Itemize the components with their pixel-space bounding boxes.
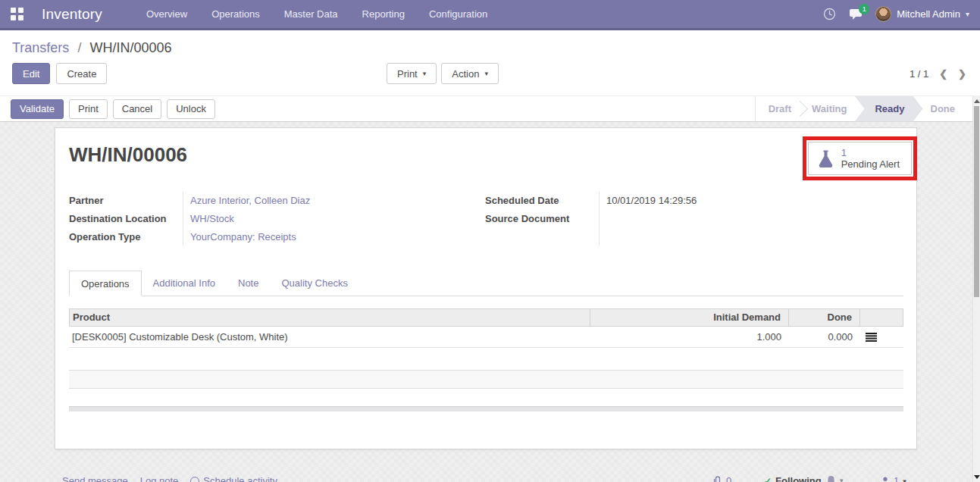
highlight-box: 1 Pending Alert [803,136,917,180]
chatter-toolbar: Send message Log note Schedule activity … [0,475,980,482]
record-pager: 1 / 1 ❮ ❯ [910,63,966,84]
breadcrumb-current: WH/IN/00006 [89,40,171,55]
scrollbar-thumb[interactable] [974,106,979,297]
field-groups: Partner Destination Location Operation T… [69,192,903,246]
source-document-value [606,210,788,228]
create-button[interactable]: Create [56,63,107,84]
cell-done: 0.000 [789,327,860,347]
source-document-label: Source Document [485,210,599,228]
menu-reporting[interactable]: Reporting [362,8,405,20]
breadcrumb: Transfers / WH/IN/00006 [0,30,980,56]
table-footer-strip [69,406,903,412]
empty-row [69,389,903,406]
edit-button[interactable]: Edit [12,63,50,84]
statusbar-buttons: Validate Print Cancel Unlock [11,99,215,119]
operations-table: Product Initial Demand Done [DESK0005] C… [69,308,903,412]
destination-location-value[interactable]: WH/Stock [190,210,414,228]
caret-down-icon: ▾ [840,477,844,482]
pending-alert-count: 1 [841,147,900,158]
followers-button[interactable]: 1 ▾ [881,475,906,482]
control-buttons-row: Edit Create Print ▾ Action ▾ 1 / 1 ❮ ❯ [12,63,968,84]
activities-clock-icon[interactable] [823,8,836,20]
vertical-scrollbar[interactable] [972,95,980,482]
scroll-up-arrow-icon[interactable] [974,99,980,103]
pending-alert-text: 1 Pending Alert [841,147,900,170]
step-waiting[interactable]: Waiting [802,103,856,114]
chevron-down-icon: ▾ [966,10,969,18]
validate-button[interactable]: Validate [11,99,64,119]
cell-initial-demand: 1.000 [590,327,789,347]
pager-next-icon[interactable]: ❯ [958,68,966,80]
messages-count-badge: 1 [859,4,869,14]
messages-bubble-icon[interactable]: 1 [849,8,863,20]
print-action-group: Print ▾ Action ▾ [387,63,499,84]
statusbar: Validate Print Cancel Unlock Draft Waiti… [0,95,980,122]
pending-alert-button[interactable]: 1 Pending Alert [808,142,912,175]
schedule-activity-link[interactable]: Schedule activity [190,475,277,482]
scroll-down-arrow-icon[interactable] [974,475,980,479]
pager-previous-icon[interactable]: ❮ [939,68,947,80]
step-done[interactable]: Done [921,103,966,114]
menu-master-data[interactable]: Master Data [284,8,338,20]
menu-configuration[interactable]: Configuration [429,8,487,20]
row-detailed-operations-button[interactable] [860,327,903,347]
caret-down-icon: ▾ [484,70,488,77]
user-menu[interactable]: Mitchell Admin ▾ [875,6,969,22]
partner-value[interactable]: Azure Interior, Colleen Diaz [190,192,414,210]
header-done[interactable]: Done [788,309,859,326]
tab-quality-checks[interactable]: Quality Checks [270,271,358,296]
scheduled-date-value: 10/01/2019 14:29:56 [606,192,788,210]
flask-icon [818,150,834,167]
status-steps: Draft Waiting Ready Done [755,96,965,122]
table-header-row: Product Initial Demand Done [69,308,903,327]
menu-operations[interactable]: Operations [211,8,260,20]
odoo-inventory-screen: Inventory Overview Operations Master Dat… [0,0,980,482]
form-sheet: 1 Pending Alert WH/IN/00006 Partner Dest… [55,127,917,449]
user-avatar [875,6,891,22]
tab-additional-info[interactable]: Additional Info [142,271,227,296]
unlock-button[interactable]: Unlock [167,99,215,119]
breadcrumb-transfers-link[interactable]: Transfers [12,40,69,55]
top-navbar: Inventory Overview Operations Master Dat… [0,0,980,30]
list-icon [866,333,877,342]
user-name: Mitchell Admin [897,8,960,20]
table-row[interactable]: [DESK0005] Customizable Desk (Custom, Wh… [69,327,903,348]
person-icon [881,477,890,482]
app-title[interactable]: Inventory [42,6,102,23]
followers-count: 1 [894,475,899,482]
pager-value: 1 / 1 [910,68,928,80]
following-button[interactable]: ✓ Following [764,475,822,482]
attachments-button[interactable]: 0 [713,475,731,482]
apps-grid-icon[interactable] [11,8,23,20]
send-message-link[interactable]: Send message [62,475,128,482]
action-dropdown-button[interactable]: Action ▾ [441,63,499,84]
caret-down-icon: ▾ [903,477,906,482]
chatter-actions: Send message Log note Schedule activity [62,475,277,482]
step-ready-active[interactable]: Ready [854,96,922,122]
scheduled-date-label: Scheduled Date [485,192,599,210]
check-icon: ✓ [764,476,772,482]
tab-note[interactable]: Note [227,271,270,296]
field-group-right: Scheduled Date Source Document 10/01/201… [485,192,788,246]
navbar-right: 1 Mitchell Admin ▾ [823,6,969,22]
tab-operations[interactable]: Operations [69,271,142,296]
cancel-button[interactable]: Cancel [113,99,161,119]
print-button[interactable]: Print [69,99,108,119]
field-group-left: Partner Destination Location Operation T… [69,192,414,246]
log-note-link[interactable]: Log note [140,475,179,482]
follow-options-button[interactable]: ▾ [826,475,844,482]
header-initial-demand[interactable]: Initial Demand [590,309,788,326]
breadcrumb-separator: / [77,40,81,55]
caret-down-icon: ▾ [423,70,427,77]
operation-type-label: Operation Type [69,228,183,246]
empty-row [69,370,903,389]
menu-overview[interactable]: Overview [146,8,187,20]
header-product[interactable]: Product [70,309,590,326]
print-dropdown-button[interactable]: Print ▾ [387,63,437,84]
main-menu: Overview Operations Master Data Reportin… [146,8,487,20]
page-title: WH/IN/00006 [69,143,903,167]
header-actions-column [859,309,903,326]
control-panel: Transfers / WH/IN/00006 Edit Create Prin… [0,30,980,95]
operation-type-value[interactable]: YourCompany: Receipts [190,228,414,246]
attachments-count: 0 [726,475,731,482]
